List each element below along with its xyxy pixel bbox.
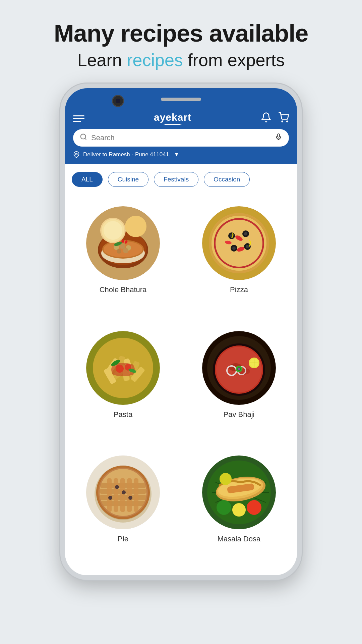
search-bar[interactable] <box>73 129 289 147</box>
svg-rect-4 <box>278 134 280 137</box>
recipe-image-chole-bhatura <box>86 206 160 280</box>
svg-point-30 <box>216 220 262 267</box>
recipe-image-masala-dosa <box>202 455 276 529</box>
hamburger-line-3 <box>73 121 81 122</box>
header-bar: ayekart <box>65 88 297 164</box>
svg-point-70 <box>238 368 240 370</box>
camera <box>112 95 124 107</box>
search-icon <box>80 133 87 143</box>
svg-point-19 <box>123 248 128 253</box>
svg-point-24 <box>125 216 146 237</box>
phone-frame: ayekart <box>60 84 302 580</box>
svg-point-2 <box>81 134 86 139</box>
cart-button[interactable] <box>278 112 289 125</box>
svg-point-18 <box>117 249 121 254</box>
svg-point-38 <box>246 245 249 248</box>
hamburger-line-1 <box>73 115 84 116</box>
svg-point-0 <box>282 121 283 122</box>
recipe-name-pasta: Pasta <box>114 410 132 419</box>
notification-bell-button[interactable] <box>261 112 272 125</box>
svg-point-106 <box>232 503 246 517</box>
recipe-item-pav-bhaji[interactable]: Pav Bhaji <box>181 323 297 447</box>
hamburger-line-2 <box>73 118 84 119</box>
svg-point-1 <box>287 121 288 122</box>
svg-point-36 <box>232 247 236 250</box>
hamburger-menu[interactable] <box>73 115 84 122</box>
subtitle-highlight: recipes <box>127 50 183 70</box>
filter-tabs: ALL Cuisine Festivals Occasion <box>65 164 297 195</box>
chevron-down-icon: ▼ <box>174 152 179 158</box>
svg-point-23 <box>104 221 122 240</box>
header-icons <box>261 112 289 125</box>
page-title: Many recipes available <box>54 20 308 47</box>
svg-point-108 <box>220 473 232 485</box>
delivery-text: Deliver to Ramesh - Pune 411041. <box>83 151 171 158</box>
svg-line-3 <box>85 138 86 140</box>
svg-point-107 <box>247 500 261 515</box>
logo-text: ayekart <box>154 112 191 123</box>
subtitle-end: from experts <box>183 50 285 70</box>
recipe-image-pasta <box>86 331 160 405</box>
microphone-icon[interactable] <box>275 133 282 143</box>
svg-point-94 <box>98 468 148 517</box>
recipe-name-pizza: Pizza <box>230 285 248 294</box>
recipe-image-pav-bhaji <box>202 331 276 405</box>
page-subtitle: Learn recipes from experts <box>54 50 308 70</box>
recipe-name-masala-dosa: Masala Dosa <box>218 535 260 543</box>
page-header: Many recipes available Learn recipes fro… <box>54 0 308 84</box>
recipe-item-pasta[interactable]: Pasta <box>65 323 181 447</box>
recipe-item-pie[interactable]: Pie <box>65 447 181 572</box>
recipe-name-pav-bhaji: Pav Bhaji <box>224 410 255 419</box>
search-input[interactable] <box>91 133 271 142</box>
subtitle-plain: Learn <box>77 50 127 70</box>
tab-cuisine[interactable]: Cuisine <box>108 172 148 187</box>
header-top: ayekart <box>73 112 289 125</box>
recipe-grid: Chole Bhatura <box>65 195 297 575</box>
recipe-item-pizza[interactable]: Pizza <box>181 198 297 323</box>
svg-point-105 <box>217 500 231 515</box>
tab-festivals[interactable]: Festivals <box>154 172 198 187</box>
recipe-name-pie: Pie <box>118 535 128 543</box>
location-icon <box>73 151 80 158</box>
tab-occasion[interactable]: Occasion <box>204 172 250 187</box>
tab-all[interactable]: ALL <box>72 172 103 187</box>
logo: ayekart <box>154 112 191 125</box>
svg-point-34 <box>244 232 247 235</box>
recipe-image-pie <box>86 455 160 529</box>
recipe-item-masala-dosa[interactable]: Masala Dosa <box>181 447 297 572</box>
svg-point-7 <box>76 153 77 155</box>
delivery-bar[interactable]: Deliver to Ramesh - Pune 411041. ▼ <box>73 151 289 159</box>
recipe-image-pizza <box>202 206 276 280</box>
svg-point-53 <box>116 365 124 373</box>
logo-underline <box>163 124 183 125</box>
recipe-name-chole-bhatura: Chole Bhatura <box>100 285 147 294</box>
recipe-item-chole-bhatura[interactable]: Chole Bhatura <box>65 198 181 323</box>
app-content: ayekart <box>65 88 297 575</box>
